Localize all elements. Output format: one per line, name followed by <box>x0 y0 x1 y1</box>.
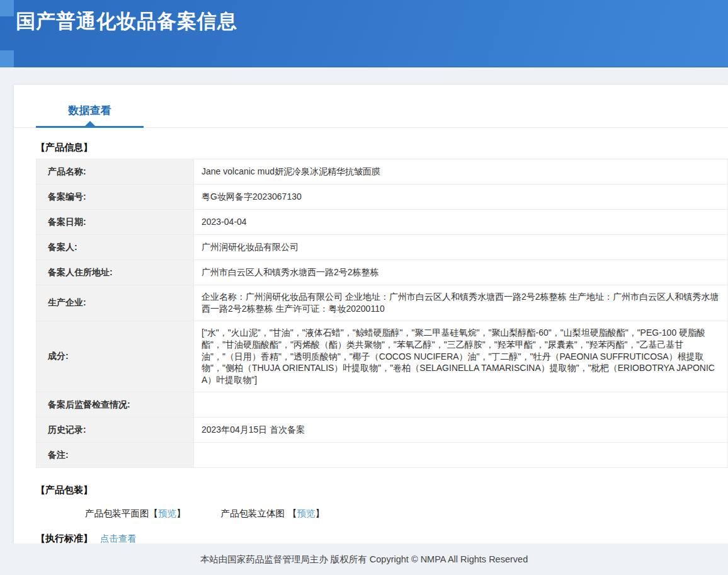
row-label: 备案人住所地址: <box>37 260 194 285</box>
row-label: 备案人: <box>37 235 194 260</box>
tabs-bar: 数据查看 <box>14 85 728 128</box>
row-value: 2023-04-04 <box>194 210 728 235</box>
header-decor-square-top <box>0 0 14 16</box>
table-row: 备案人住所地址: 广州市白云区人和镇秀水塘西一路2号2栋整栋 <box>37 260 728 285</box>
page-title: 国产普通化妆品备案信息 <box>0 0 728 35</box>
header-decor-square-bottom <box>0 50 14 67</box>
page-header: 国产普通化妆品备案信息 <box>0 0 728 67</box>
row-value: 2023年04月15日 首次备案 <box>194 418 728 443</box>
row-value: 广州润研化妆品有限公司 <box>194 235 728 260</box>
row-label: 产品名称: <box>37 159 194 185</box>
table-row: 备案日期: 2023-04-04 <box>37 210 728 235</box>
row-value: 广州市白云区人和镇秀水塘西一路2号2栋整栋 <box>194 260 728 285</box>
bracket-close: 】 <box>316 508 325 518</box>
product-info-table: 产品名称: Jane volcanic mud妍泥冷泉冰泥精华抗皱面膜 备案编号… <box>36 159 728 468</box>
row-value <box>194 443 728 468</box>
row-label: 备案编号: <box>37 185 194 210</box>
row-label: 成分: <box>37 321 194 392</box>
section-title-product-info: 【产品信息】 <box>36 142 728 154</box>
row-label: 备案后监督检查情况: <box>37 392 194 418</box>
packaging-row: 产品包装平面图【预览】产品包装立体图【预览】 <box>85 508 728 520</box>
stereo-image-label: 产品包装立体图 <box>221 508 285 518</box>
stereo-image-preview-link[interactable]: 预览 <box>297 508 316 518</box>
flat-image-label: 产品包装平面图 <box>85 508 149 518</box>
bracket-open: 【 <box>288 508 297 518</box>
table-row: 备案编号: 粤G妆网备字2023067130 <box>37 185 728 210</box>
table-row: 产品名称: Jane volcanic mud妍泥冷泉冰泥精华抗皱面膜 <box>37 159 728 185</box>
footer: 本站由国家药品监督管理局主办 版权所有 Copyright © NMPA All… <box>0 544 728 575</box>
bracket-open: 【 <box>149 508 159 518</box>
row-label: 备注: <box>37 443 194 468</box>
table-row: 备案后监督检查情况: <box>37 392 728 418</box>
table-row: 历史记录: 2023年04月15日 首次备案 <box>37 418 728 443</box>
row-value <box>194 392 728 418</box>
standard-view-link[interactable]: 点击查看 <box>100 533 137 544</box>
copyright-text: 本站由国家药品监督管理局主办 版权所有 Copyright © NMPA All… <box>200 554 528 564</box>
section-title-standard: 【执行标准】 <box>36 533 93 544</box>
row-value: Jane volcanic mud妍泥冷泉冰泥精华抗皱面膜 <box>194 159 728 185</box>
content-card: 数据查看 【产品信息】 产品名称: Jane volcanic mud妍泥冷泉冰… <box>14 85 728 544</box>
bracket-close: 】 <box>176 508 186 518</box>
row-value: 企业名称：广州润研化妆品有限公司 企业地址：广州市白云区人和镇秀水塘西一路2号2… <box>194 285 728 321</box>
row-label: 历史记录: <box>37 418 194 443</box>
table-row: 成分: ["水"，"火山泥"，"甘油"，"液体石蜡"，"鲸蜡硬脂醇"，"聚二甲基… <box>37 321 728 392</box>
section-title-packaging: 【产品包装】 <box>36 484 728 496</box>
row-value: ["水"，"火山泥"，"甘油"，"液体石蜡"，"鲸蜡硬脂醇"，"聚二甲基硅氧烷"… <box>194 321 728 392</box>
row-label: 生产企业: <box>37 285 194 321</box>
row-label: 备案日期: <box>37 210 194 235</box>
tab-data-view[interactable]: 数据查看 <box>36 103 144 128</box>
flat-image-preview-link[interactable]: 预览 <box>158 508 176 518</box>
table-row: 生产企业: 企业名称：广州润研化妆品有限公司 企业地址：广州市白云区人和镇秀水塘… <box>37 285 728 321</box>
table-row: 备注: <box>37 443 728 468</box>
row-value: 粤G妆网备字2023067130 <box>194 185 728 210</box>
table-row: 备案人: 广州润研化妆品有限公司 <box>37 235 728 260</box>
